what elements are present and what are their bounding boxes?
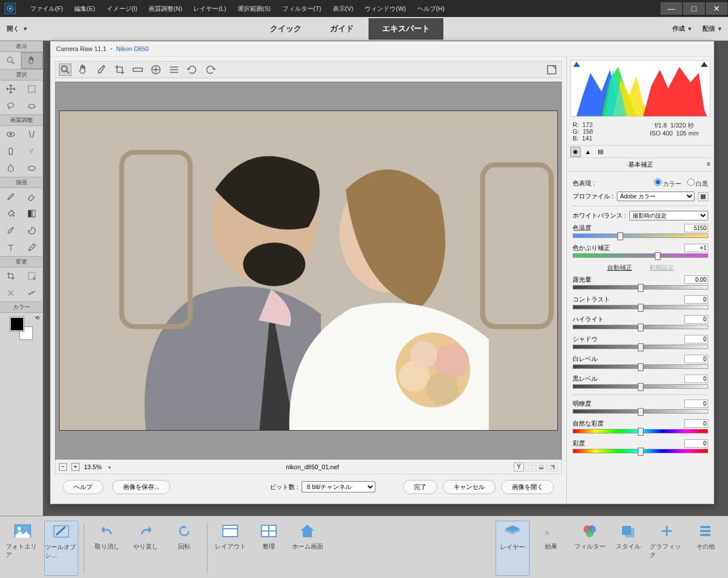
- raw-preview[interactable]: [55, 82, 562, 460]
- zoom-dropdown-icon[interactable]: [106, 464, 111, 470]
- zoom-value[interactable]: 13.5%: [84, 464, 101, 470]
- treatment-bw-radio[interactable]: 白黒: [687, 178, 708, 188]
- menu-layer[interactable]: レイヤー(L): [188, 2, 231, 15]
- zoom-out-button[interactable]: −: [59, 463, 67, 471]
- tab-expert[interactable]: エキスパート: [369, 18, 443, 40]
- create-dropdown[interactable]: 作成▾: [672, 24, 691, 33]
- redeye-tool[interactable]: [0, 126, 22, 143]
- menu-filter[interactable]: フィルター(T): [277, 2, 327, 15]
- highlights-input[interactable]: [684, 315, 708, 324]
- bb-effects[interactable]: fx効果: [534, 521, 568, 576]
- color-swatch[interactable]: ⟲: [10, 317, 33, 340]
- eyedropper-tool[interactable]: [0, 222, 22, 239]
- lasso-tool[interactable]: [0, 97, 22, 114]
- whites-slider[interactable]: [573, 364, 708, 369]
- crop-tool[interactable]: [0, 267, 22, 284]
- preview-toggle-2[interactable]: ⬓: [536, 462, 547, 471]
- clarity-slider[interactable]: [573, 409, 708, 414]
- raw-eyedropper-tool[interactable]: [95, 63, 108, 76]
- menu-view[interactable]: 表示(V): [327, 2, 359, 15]
- tab-guide[interactable]: ガイド: [316, 18, 367, 40]
- menu-help[interactable]: ヘルプ(H): [412, 2, 450, 15]
- exposure-slider[interactable]: [573, 285, 708, 290]
- menu-file[interactable]: ファイル(F): [24, 2, 69, 15]
- zoom-tool[interactable]: [0, 52, 21, 69]
- calib-tab-icon[interactable]: ▤: [595, 147, 606, 157]
- bb-graphics[interactable]: グラフィック: [650, 521, 684, 576]
- cancel-button[interactable]: キャンセル: [443, 480, 496, 494]
- highlights-slider[interactable]: [573, 325, 708, 329]
- treatment-color-radio[interactable]: カラー: [654, 178, 682, 188]
- saturation-slider[interactable]: [573, 449, 708, 453]
- contentmove-tool[interactable]: [0, 284, 22, 301]
- bucket-tool[interactable]: [0, 205, 22, 222]
- blur-tool[interactable]: [0, 160, 22, 177]
- auto-link[interactable]: 自動補正: [607, 264, 632, 272]
- menu-image[interactable]: イメージ(I): [101, 2, 143, 15]
- distribute-dropdown[interactable]: 配信▾: [702, 24, 721, 33]
- raw-redeye-tool[interactable]: [150, 63, 162, 76]
- pencil-tool[interactable]: [22, 239, 43, 256]
- menu-edit[interactable]: 編集(E): [69, 2, 101, 15]
- open-dropdown[interactable]: 開く▾: [7, 24, 27, 33]
- bb-undo[interactable]: 取り消し: [90, 521, 124, 576]
- zoom-in-button[interactable]: +: [71, 463, 79, 471]
- shadows-input[interactable]: [684, 335, 708, 343]
- shadow-clip-icon[interactable]: [573, 62, 580, 67]
- spothealing-tool[interactable]: [0, 143, 22, 160]
- bb-organize[interactable]: 整理: [252, 521, 286, 576]
- color-reset-icon[interactable]: ⟲: [35, 315, 40, 321]
- recompose-tool[interactable]: [22, 267, 43, 284]
- bb-redo[interactable]: やり直し: [129, 521, 163, 576]
- preview-toggle-3[interactable]: ⬔: [548, 462, 558, 471]
- temp-slider[interactable]: [573, 233, 708, 238]
- vibrance-input[interactable]: [684, 419, 708, 428]
- marquee-tool[interactable]: [22, 80, 43, 97]
- bb-photoarea[interactable]: フォトエリア: [6, 521, 40, 576]
- tint-slider[interactable]: [573, 253, 708, 258]
- default-link[interactable]: 初期設定: [649, 264, 674, 272]
- blacks-input[interactable]: [684, 375, 708, 383]
- raw-straighten-tool[interactable]: [132, 63, 144, 76]
- tab-quick[interactable]: クイック: [256, 18, 315, 40]
- raw-prefs-tool[interactable]: [168, 63, 180, 76]
- contrast-input[interactable]: [684, 295, 708, 304]
- profile-browse-icon[interactable]: ▦: [698, 192, 708, 201]
- bb-more[interactable]: その他: [688, 521, 722, 576]
- menu-select[interactable]: 選択範囲(S): [232, 2, 277, 15]
- clone-tool[interactable]: [22, 143, 43, 160]
- shadows-slider[interactable]: [573, 345, 708, 349]
- shape-tool[interactable]: [22, 222, 43, 239]
- whitenteeth-tool[interactable]: [22, 126, 43, 143]
- preview-toggle-y[interactable]: Y: [514, 462, 524, 471]
- basic-tab-icon[interactable]: ◉: [570, 147, 581, 157]
- raw-zoom-tool[interactable]: [59, 63, 71, 76]
- quickselect-tool[interactable]: [22, 97, 43, 114]
- histogram[interactable]: [570, 60, 710, 117]
- wb-select[interactable]: 撮影時の設定: [629, 211, 708, 220]
- raw-rotate-ccw[interactable]: [186, 63, 198, 76]
- foreground-color[interactable]: [10, 317, 24, 331]
- move-tool[interactable]: [0, 80, 22, 97]
- brush-tool[interactable]: [0, 188, 22, 205]
- eraser-tool[interactable]: [22, 188, 43, 205]
- bb-styles[interactable]: スタイル: [611, 521, 645, 576]
- text-tool[interactable]: [0, 239, 22, 256]
- raw-fullscreen[interactable]: [545, 63, 558, 76]
- bb-filters[interactable]: フィルター: [573, 521, 607, 576]
- straighten-tool[interactable]: [22, 284, 43, 301]
- panel-menu-icon[interactable]: ≡: [707, 160, 710, 167]
- bb-rotate[interactable]: 回転: [167, 521, 201, 576]
- vibrance-slider[interactable]: [573, 429, 708, 434]
- temp-input[interactable]: [684, 224, 708, 232]
- menu-window[interactable]: ウィンドウ(W): [359, 2, 412, 15]
- raw-crop-tool[interactable]: [113, 63, 126, 76]
- preview-toggle-1[interactable]: ⬚: [525, 462, 535, 471]
- saturation-input[interactable]: [684, 439, 708, 448]
- bb-home[interactable]: ホーム画面: [290, 521, 324, 576]
- gradient-tool[interactable]: [22, 205, 43, 222]
- detail-tab-icon[interactable]: ▲: [583, 147, 593, 157]
- hand-tool[interactable]: [21, 52, 43, 69]
- save-image-button[interactable]: 画像を保存...: [112, 480, 170, 494]
- profile-select[interactable]: Adobe カラー: [617, 192, 695, 201]
